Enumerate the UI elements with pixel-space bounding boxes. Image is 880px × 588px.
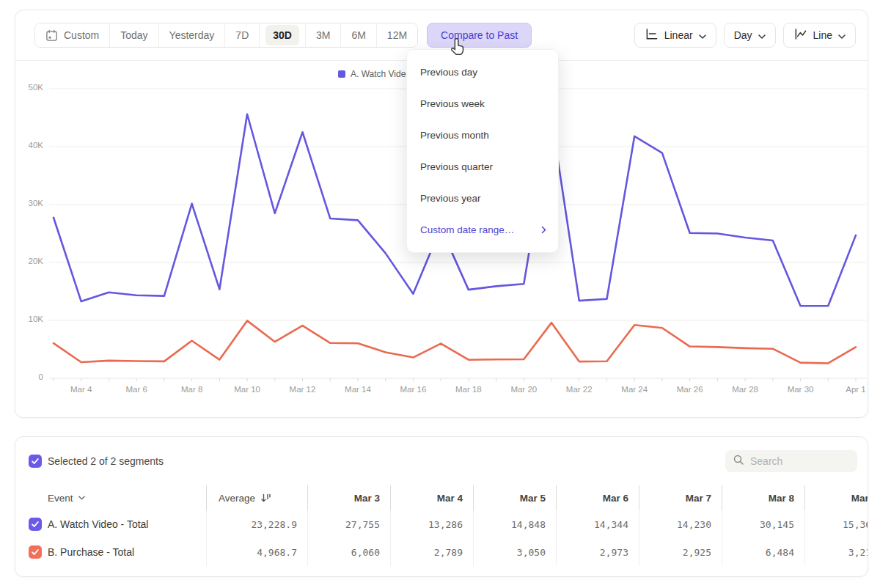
x-tick-label: Apr 1 — [830, 385, 868, 394]
chevron-right-icon — [541, 226, 546, 234]
legend-swatch — [338, 70, 345, 78]
x-tick-label: Mar 22 — [554, 385, 605, 394]
x-tick-label: Mar 16 — [387, 385, 439, 394]
y-tick-label: 40K — [15, 141, 43, 150]
menu-item-label: Custom date range… — [420, 224, 514, 235]
x-tick-label: Mar 30 — [775, 385, 826, 394]
segments-header-row: Selected 2 of 2 segments — [29, 449, 857, 473]
cell-value: 14,230 — [639, 510, 722, 538]
x-tick-label: Mar 4 — [56, 385, 107, 394]
segments-table: EventAverageMar 3Mar 4Mar 5Mar 6Mar 7Mar… — [29, 485, 868, 566]
average-value: 4,968.7 — [206, 538, 307, 566]
search-icon — [733, 454, 744, 468]
date-column-header-mar-7[interactable]: Mar 7 — [639, 485, 722, 510]
x-tick-label: Mar 28 — [719, 385, 771, 394]
menu-item-previous-week[interactable]: Previous week — [407, 88, 558, 120]
x-tick-label: Mar 8 — [166, 385, 218, 394]
check-icon — [31, 457, 40, 466]
cell-value: 2,925 — [639, 538, 722, 566]
search-input[interactable] — [750, 455, 850, 467]
x-tick-label: Mar 6 — [111, 385, 162, 394]
selected-segments-label: Selected 2 of 2 segments — [48, 455, 164, 467]
legend-label: A. Watch Video — [351, 69, 411, 79]
cell-value: 3,214 — [804, 538, 868, 566]
check-icon — [31, 520, 40, 529]
average-header-label: Average — [219, 493, 255, 504]
x-tick-label: Mar 24 — [609, 385, 660, 394]
menu-item-previous-month[interactable]: Previous month — [407, 120, 558, 151]
cell-value: 6,484 — [722, 538, 804, 566]
y-tick-label: 20K — [15, 257, 43, 265]
x-tick-label: Mar 18 — [443, 385, 494, 394]
cell-value: 15,366 — [804, 510, 868, 538]
segment-row-b-purchase-total: B. Purchase - Total — [29, 538, 206, 566]
menu-item-custom-date-range[interactable]: Custom date range… — [407, 214, 558, 246]
event-header-label: Event — [48, 493, 73, 504]
menu-item-previous-year[interactable]: Previous year — [407, 183, 558, 214]
segment-checkbox[interactable] — [29, 545, 42, 559]
segment-label: B. Purchase - Total — [48, 546, 134, 558]
cell-value: 14,344 — [556, 510, 639, 538]
cell-value: 27,755 — [307, 510, 390, 538]
analytics-dashboard: CustomTodayYesterday7D30D3M6M12M Compare… — [0, 0, 880, 588]
chevron-down-icon — [78, 496, 85, 500]
date-column-header-mar-9[interactable]: Mar 9 — [804, 485, 868, 510]
date-column-header-mar-5[interactable]: Mar 5 — [473, 485, 556, 510]
y-tick-label: 10K — [15, 315, 43, 323]
cell-value: 2,973 — [556, 538, 639, 566]
legend-item-a-watch-video: A. Watch Video — [338, 69, 411, 79]
x-tick-label: Mar 14 — [332, 385, 384, 394]
event-column-header[interactable]: Event — [29, 485, 206, 510]
segment-label: A. Watch Video - Total — [48, 518, 148, 530]
cell-value: 6,060 — [307, 538, 390, 566]
y-tick-label: 30K — [15, 199, 43, 207]
segment-checkbox[interactable] — [29, 518, 42, 531]
segment-row-a-watch-video-total: A. Watch Video - Total — [29, 510, 206, 538]
cell-value: 3,050 — [473, 538, 556, 566]
menu-item-previous-day[interactable]: Previous day — [407, 56, 558, 88]
x-tick-label: Mar 10 — [221, 385, 273, 394]
search-box[interactable] — [725, 450, 857, 472]
segments-card: Selected 2 of 2 segments EventAverageMar… — [15, 436, 868, 577]
sort-descending-icon — [260, 493, 271, 503]
cell-value: 13,286 — [390, 510, 473, 538]
menu-item-previous-quarter[interactable]: Previous quarter — [407, 151, 558, 183]
cell-value: 2,789 — [390, 538, 473, 566]
average-column-header[interactable]: Average — [206, 485, 307, 510]
date-column-header-mar-4[interactable]: Mar 4 — [390, 485, 473, 510]
date-column-header-mar-8[interactable]: Mar 8 — [722, 485, 804, 510]
x-tick-label: Mar 20 — [498, 385, 549, 394]
select-all-checkbox[interactable] — [29, 455, 42, 468]
average-value: 23,228.9 — [206, 510, 307, 538]
y-tick-label: 50K — [15, 83, 43, 92]
y-tick-label: 0 — [15, 372, 43, 381]
date-column-header-mar-3[interactable]: Mar 3 — [307, 485, 390, 510]
chart-card: CustomTodayYesterday7D30D3M6M12M Compare… — [15, 10, 868, 418]
check-icon — [31, 548, 40, 556]
x-tick-label: Mar 26 — [664, 385, 716, 394]
date-column-header-mar-6[interactable]: Mar 6 — [556, 485, 639, 510]
cell-value: 30,145 — [722, 510, 804, 538]
compare-dropdown-menu: Previous dayPrevious weekPrevious monthP… — [406, 49, 559, 253]
series-line-b-purchase — [54, 320, 856, 363]
x-tick-label: Mar 12 — [277, 385, 329, 394]
cell-value: 14,848 — [473, 510, 556, 538]
